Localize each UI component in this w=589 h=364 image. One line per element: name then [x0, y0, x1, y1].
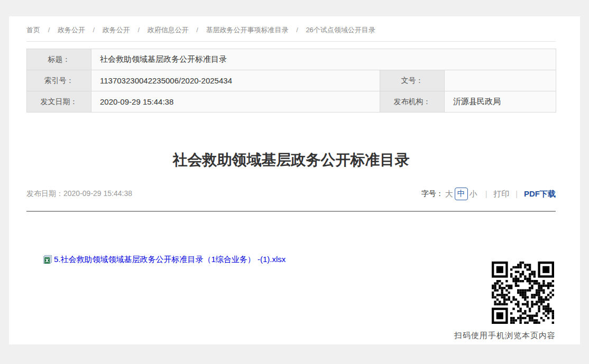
- publish-date-value: 2020-09-29 15:44:38: [63, 189, 132, 198]
- article-meta-row: 发布日期：2020-09-29 15:44:38 字号： 大 中 小 | 打印 …: [26, 188, 556, 200]
- breadcrumb-item-home[interactable]: 首页: [26, 26, 40, 34]
- breadcrumb-item-standard-catalog[interactable]: 基层政务公开事项标准目录: [206, 26, 289, 34]
- breadcrumb-item-zwgk-1[interactable]: 政务公开: [58, 26, 85, 34]
- meta-value-index-number: 113703230042235006/2020-2025434: [91, 70, 380, 91]
- horizontal-divider: [26, 211, 556, 212]
- breadcrumb: 首页 / 政务公开 / 政务公开 / 政府信息公开 / 基层政务公开事项标准目录…: [26, 16, 556, 42]
- breadcrumb-item-gov-info[interactable]: 政府信息公开: [148, 26, 189, 34]
- meta-value-title: 社会救助领域基层政务公开标准目录: [91, 49, 556, 70]
- font-size-medium-button[interactable]: 中: [455, 188, 468, 200]
- breadcrumb-separator: /: [296, 26, 298, 34]
- qr-code: [492, 262, 554, 324]
- meta-label-index-number: 索引号：: [27, 70, 91, 91]
- toolbar-separator: |: [516, 190, 518, 198]
- pdf-download-button[interactable]: PDF下载: [524, 189, 556, 199]
- content-card: 首页 / 政务公开 / 政务公开 / 政府信息公开 / 基层政务公开事项标准目录…: [9, 16, 580, 344]
- article-toolbar: 字号： 大 中 小 | 打印 | PDF下载: [421, 188, 556, 200]
- font-size-small-button[interactable]: 小: [470, 189, 477, 199]
- meta-value-issuing-agency: 沂源县民政局: [445, 91, 556, 113]
- document-meta-table: 标题： 社会救助领域基层政务公开标准目录 索引号： 11370323004223…: [26, 49, 556, 113]
- breadcrumb-separator: /: [137, 26, 140, 34]
- meta-row-index: 索引号： 113703230042235006/2020-2025434 文号：: [27, 70, 556, 91]
- breadcrumb-separator: /: [48, 26, 50, 34]
- meta-row-date: 发文日期： 2020-09-29 15:44:38 发布机构： 沂源县民政局: [27, 91, 556, 113]
- print-button[interactable]: 打印: [493, 189, 509, 199]
- attachment-row: 5.社会救助领域领域基层政务公开标准目录（1综合业务） -(1).xlsx: [43, 254, 556, 265]
- breadcrumb-separator: /: [196, 26, 198, 34]
- meta-label-issuing-agency: 发布机构：: [380, 91, 445, 113]
- qr-caption: 扫码使用手机浏览本页内容: [454, 331, 556, 341]
- page-title: 社会救助领域基层政务公开标准目录: [26, 151, 556, 170]
- meta-value-doc-number: [445, 70, 556, 91]
- breadcrumb-separator: /: [93, 26, 95, 34]
- meta-label-title: 标题：: [27, 49, 91, 70]
- publish-date: 发布日期：2020-09-29 15:44:38: [26, 189, 132, 199]
- breadcrumb-item-zwgk-2[interactable]: 政务公开: [103, 26, 130, 34]
- publish-date-label: 发布日期：: [26, 189, 63, 198]
- meta-row-title: 标题： 社会救助领域基层政务公开标准目录: [27, 49, 556, 70]
- font-size-label: 字号：: [421, 189, 444, 199]
- meta-value-issue-date: 2020-09-29 15:44:38: [91, 91, 380, 113]
- meta-label-issue-date: 发文日期：: [27, 91, 91, 113]
- meta-label-doc-number: 文号：: [380, 70, 445, 91]
- attachment-link[interactable]: 5.社会救助领域领域基层政务公开标准目录（1综合业务） -(1).xlsx: [54, 255, 286, 265]
- excel-file-icon: [43, 255, 52, 264]
- breadcrumb-item-pilot-catalog[interactable]: 26个试点领域公开目录: [306, 26, 375, 34]
- toolbar-separator: |: [485, 190, 487, 198]
- font-size-large-button[interactable]: 大: [445, 189, 453, 199]
